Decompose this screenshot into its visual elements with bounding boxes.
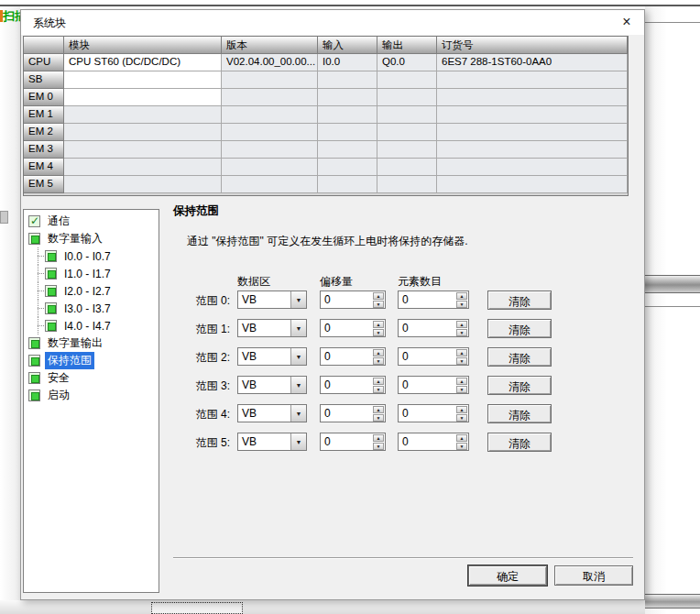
tree-item[interactable]: I1.0 - I1.7 <box>24 265 159 282</box>
output-cell <box>377 176 437 193</box>
spin-up-icon[interactable]: ▲ <box>373 378 384 385</box>
combobox-value: VB <box>238 433 290 450</box>
row-header-cell[interactable]: CPU <box>24 54 64 71</box>
clear-button[interactable]: 清除 <box>487 347 552 367</box>
spin-up-icon[interactable]: ▲ <box>373 349 384 356</box>
module-cell[interactable]: CPU ST60 (DC/DC/DC) <box>64 54 222 71</box>
element-count-spinner[interactable]: 0▲▼ <box>398 404 469 422</box>
chevron-down-icon[interactable]: ▼ <box>290 405 306 422</box>
clear-button[interactable]: 清除 <box>487 291 552 310</box>
dialog-titlebar[interactable]: 系统块 × <box>21 10 644 35</box>
element-count-spinner[interactable]: 0▲▼ <box>398 319 469 337</box>
data-area-combobox[interactable]: VB▼ <box>237 347 307 366</box>
spin-down-icon[interactable]: ▼ <box>456 443 467 450</box>
row-header-cell[interactable]: EM 5 <box>24 176 64 193</box>
tree-item-label: 数字量输入 <box>45 230 105 247</box>
spinner-value: 0 <box>321 405 372 422</box>
chevron-down-icon[interactable]: ▼ <box>290 348 306 365</box>
data-area-combobox[interactable]: VB▼ <box>237 376 307 394</box>
data-area-combobox[interactable]: VB▼ <box>237 319 307 337</box>
row-header-cell[interactable]: EM 0 <box>24 89 64 106</box>
clear-button[interactable]: 清除 <box>487 404 552 423</box>
spinner-value: 0 <box>399 320 455 336</box>
spin-up-icon[interactable]: ▲ <box>456 321 467 328</box>
offset-spinner[interactable]: 0▲▼ <box>320 376 386 394</box>
spin-down-icon[interactable]: ▼ <box>456 357 467 365</box>
spin-up-icon[interactable]: ▲ <box>373 406 384 413</box>
spin-down-icon[interactable]: ▼ <box>373 386 384 393</box>
module-table: 模块 版本 输入 输出 订货号 CPUCPU ST60 (DC/DC/DC)V0… <box>23 36 629 196</box>
ok-button[interactable]: 确定 <box>468 565 547 586</box>
spin-up-icon[interactable]: ▲ <box>373 321 384 328</box>
retentive-range-row: 范围 3:VB▼0▲▼0▲▼清除 <box>21 376 646 396</box>
spinner-buttons: ▲▼ <box>372 405 385 422</box>
spin-up-icon[interactable]: ▲ <box>373 434 384 442</box>
module-cell <box>64 176 222 193</box>
offset-spinner[interactable]: 0▲▼ <box>320 291 386 309</box>
combobox-value: VB <box>238 405 290 422</box>
column-header-module: 模块 <box>64 37 222 54</box>
clear-button[interactable]: 清除 <box>487 319 552 338</box>
chevron-down-icon[interactable]: ▼ <box>290 433 306 450</box>
spin-down-icon[interactable]: ▼ <box>373 414 384 422</box>
spinner-value: 0 <box>399 405 455 422</box>
offset-spinner[interactable]: 0▲▼ <box>320 319 386 337</box>
order-no-cell <box>437 159 628 176</box>
chevron-down-icon[interactable]: ▼ <box>290 377 306 393</box>
input-cell <box>318 89 377 106</box>
tree-item[interactable]: 数字量输入 <box>24 230 159 247</box>
spinner-buttons: ▲▼ <box>372 433 385 450</box>
retentive-range-row: 范围 4:VB▼0▲▼0▲▼清除 <box>21 404 646 424</box>
background-left-mark <box>0 211 8 224</box>
spin-up-icon[interactable]: ▲ <box>373 292 384 300</box>
spin-down-icon[interactable]: ▼ <box>456 414 467 422</box>
spin-down-icon[interactable]: ▼ <box>456 329 467 336</box>
module-cell <box>64 141 222 159</box>
spin-up-icon[interactable]: ▲ <box>456 378 467 385</box>
spin-up-icon[interactable]: ▲ <box>456 434 467 442</box>
background-right-strip <box>645 6 700 614</box>
offset-spinner[interactable]: 0▲▼ <box>320 347 386 366</box>
spin-down-icon[interactable]: ▼ <box>373 357 384 365</box>
spinner-buttons: ▲▼ <box>455 433 468 450</box>
chevron-down-icon[interactable]: ▼ <box>290 291 306 308</box>
row-header-cell[interactable]: EM 2 <box>24 124 64 141</box>
spinner-value: 0 <box>399 291 455 308</box>
spinner-value: 0 <box>321 291 372 308</box>
element-count-spinner[interactable]: 0▲▼ <box>398 376 469 394</box>
spin-down-icon[interactable]: ▼ <box>373 329 384 336</box>
offset-spinner[interactable]: 0▲▼ <box>320 433 386 451</box>
element-count-spinner[interactable]: 0▲▼ <box>398 433 469 451</box>
chevron-down-icon[interactable]: ▼ <box>290 320 306 336</box>
spin-up-icon[interactable]: ▲ <box>456 349 467 356</box>
module-cell[interactable] <box>64 71 222 89</box>
cancel-button[interactable]: 取消 <box>554 565 633 586</box>
spin-down-icon[interactable]: ▼ <box>456 301 467 308</box>
spin-up-icon[interactable]: ▲ <box>456 292 467 300</box>
clear-button[interactable]: 清除 <box>487 433 552 452</box>
data-area-combobox[interactable]: VB▼ <box>237 433 307 451</box>
element-count-spinner[interactable]: 0▲▼ <box>398 291 469 309</box>
tree-item[interactable]: I0.0 - I0.7 <box>24 247 159 265</box>
background-network-separator <box>645 275 700 293</box>
row-header-cell[interactable]: EM 3 <box>24 141 64 159</box>
offset-spinner[interactable]: 0▲▼ <box>320 404 386 422</box>
module-cell[interactable] <box>64 89 222 106</box>
element-count-spinner[interactable]: 0▲▼ <box>398 347 469 366</box>
tree-item[interactable]: 通信 <box>24 213 159 230</box>
input-cell <box>318 141 377 159</box>
row-header-cell[interactable]: SB <box>24 71 64 89</box>
clear-button[interactable]: 清除 <box>487 376 552 395</box>
column-header-output: 输出 <box>377 37 437 54</box>
spin-down-icon[interactable]: ▼ <box>373 301 384 308</box>
row-header-cell[interactable]: EM 4 <box>24 159 64 176</box>
spinner-buttons: ▲▼ <box>372 348 385 365</box>
data-area-combobox[interactable]: VB▼ <box>237 291 307 309</box>
close-icon[interactable]: × <box>617 12 637 32</box>
spin-up-icon[interactable]: ▲ <box>456 406 467 413</box>
column-header-corner <box>24 37 64 54</box>
row-header-cell[interactable]: EM 1 <box>24 106 64 124</box>
spin-down-icon[interactable]: ▼ <box>456 386 467 393</box>
spin-down-icon[interactable]: ▼ <box>373 443 384 450</box>
data-area-combobox[interactable]: VB▼ <box>237 404 307 422</box>
